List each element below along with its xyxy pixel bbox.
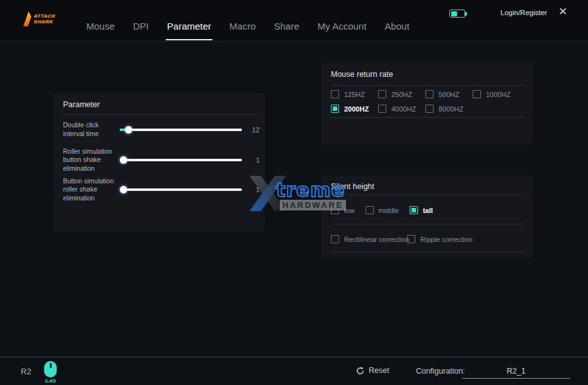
- checkbox-500hz[interactable]: 500HZ: [425, 90, 473, 98]
- reset-button[interactable]: Reset: [356, 366, 389, 375]
- checkbox-tall[interactable]: tall: [410, 206, 433, 214]
- battery-nub: [465, 12, 467, 16]
- tab-parameter[interactable]: Parameter: [167, 21, 211, 41]
- checkbox-box[interactable]: [378, 105, 386, 113]
- divider: [331, 195, 525, 195]
- checkbox-2000hz[interactable]: 2000HZ: [331, 105, 378, 113]
- slider-thumb[interactable]: [120, 186, 127, 193]
- checkbox-box[interactable]: [331, 206, 339, 214]
- divider: [331, 117, 525, 118]
- app-window: ATTACK SHARK Mouse DPI Parameter Macro S…: [0, 0, 588, 385]
- reset-label: Reset: [369, 366, 389, 375]
- checkbox-label: middle: [379, 207, 399, 214]
- slider-row-roller-shake: Roller simulation button shake eliminati…: [63, 145, 260, 175]
- slider-label: Roller simulation button shake eliminati…: [63, 147, 118, 173]
- checkbox-box[interactable]: [407, 235, 415, 243]
- checkbox-box[interactable]: [331, 235, 339, 243]
- brand-name: ATTACK SHARK: [34, 13, 73, 25]
- checkbox-4000hz[interactable]: 4000HZ: [378, 105, 425, 113]
- checkbox-box[interactable]: [425, 105, 434, 113]
- checkbox-box[interactable]: [331, 105, 339, 113]
- checkbox-box[interactable]: [366, 206, 374, 214]
- return-rate-row-1: 125HZ 250HZ 500HZ 1000HZ: [331, 90, 520, 98]
- login-register-button[interactable]: Login/Register: [500, 9, 547, 16]
- connection-badge: 2.4G: [43, 378, 58, 384]
- tab-dpi[interactable]: DPI: [133, 21, 149, 41]
- silent-height-title: Silent height: [331, 182, 374, 191]
- configuration-label: Configuration:: [416, 367, 465, 376]
- tab-my-account[interactable]: My Account: [318, 21, 367, 41]
- button-shake-slider[interactable]: [120, 185, 242, 194]
- configuration-field[interactable]: R2_1: [462, 364, 570, 379]
- checkbox-box[interactable]: [410, 206, 418, 214]
- footer-bar: R2 2.4G Reset Configuration: R2_1: [0, 357, 588, 385]
- checkbox-label: 4000HZ: [391, 105, 416, 113]
- main-nav: Mouse DPI Parameter Macro Share My Accou…: [86, 21, 410, 41]
- checkbox-label: 500HZ: [439, 91, 459, 98]
- checkbox-1000hz[interactable]: 1000HZ: [473, 90, 520, 98]
- tab-macro[interactable]: Macro: [229, 21, 256, 41]
- brand-logo: ATTACK SHARK: [23, 7, 73, 31]
- tab-mouse[interactable]: Mouse: [86, 21, 115, 41]
- slider-track[interactable]: [120, 188, 242, 191]
- mouse-wheel-slot: [50, 363, 52, 368]
- double-click-interval-slider[interactable]: [120, 125, 242, 134]
- correction-options: Rectilinear correction Ripple correction: [331, 235, 473, 243]
- slider-track[interactable]: [120, 129, 242, 131]
- shark-fin-icon: [23, 11, 32, 27]
- divider: [63, 114, 257, 115]
- checkbox-125hz[interactable]: 125HZ: [331, 90, 378, 98]
- parameter-panel-title: Parameter: [63, 100, 100, 109]
- slider-value: 1: [246, 156, 260, 164]
- slider-label: Button simulation roller shake eliminati…: [63, 177, 118, 203]
- checkbox-box[interactable]: [425, 90, 434, 98]
- checkbox-label: tall: [423, 207, 433, 214]
- checkbox-label: low: [344, 207, 355, 214]
- parameter-panel: Parameter Double click interval time 12 …: [54, 93, 265, 232]
- mouse-device-indicator[interactable]: 2.4G: [43, 361, 58, 385]
- slider-thumb[interactable]: [125, 126, 132, 134]
- tab-about[interactable]: About: [384, 21, 409, 41]
- mouse-return-rate-panel: Mouse return rate 125HZ 250HZ 500HZ 1000…: [321, 63, 533, 145]
- battery-icon: [449, 9, 468, 18]
- checkbox-middle[interactable]: middle: [366, 206, 399, 214]
- slider-label: Double click interval time: [63, 121, 118, 138]
- checkbox-label: 125HZ: [344, 91, 365, 98]
- checkbox-label: 250HZ: [391, 91, 412, 98]
- checkbox-box[interactable]: [331, 90, 339, 98]
- divider: [331, 85, 525, 86]
- slider-row-double-click: Double click interval time 12: [63, 118, 260, 141]
- checkbox-box[interactable]: [378, 90, 386, 98]
- divider: [331, 252, 525, 253]
- slider-thumb[interactable]: [120, 156, 127, 164]
- checkbox-ripple-correction[interactable]: Ripple correction: [407, 235, 473, 243]
- return-rate-row-2: 2000HZ 4000HZ 8000HZ: [331, 105, 473, 113]
- checkbox-low[interactable]: low: [331, 206, 355, 214]
- slider-value: 1: [246, 186, 260, 193]
- header: ATTACK SHARK Mouse DPI Parameter Macro S…: [0, 0, 588, 42]
- slider-row-button-shake: Button simulation roller shake eliminati…: [63, 175, 260, 205]
- reset-icon: [356, 367, 364, 375]
- roller-shake-slider[interactable]: [120, 156, 242, 164]
- slider-track[interactable]: [120, 159, 242, 161]
- silent-height-panel: Silent height low middle tall Rectilinea…: [321, 175, 533, 257]
- checkbox-8000hz[interactable]: 8000HZ: [425, 105, 473, 113]
- close-icon[interactable]: ✕: [558, 6, 567, 17]
- checkbox-label: Ripple correction: [420, 236, 473, 243]
- checkbox-label: 8000HZ: [439, 105, 463, 113]
- checkbox-250hz[interactable]: 250HZ: [378, 90, 425, 98]
- battery-fill: [451, 11, 457, 16]
- divider: [331, 224, 525, 224]
- device-name: R2: [21, 367, 32, 376]
- checkbox-label: 2000HZ: [344, 105, 369, 113]
- return-rate-title: Mouse return rate: [331, 70, 393, 79]
- checkbox-label: Rectilinear correction: [344, 236, 409, 243]
- tab-share[interactable]: Share: [274, 21, 299, 41]
- mouse-icon: [44, 361, 57, 377]
- checkbox-box[interactable]: [473, 90, 481, 98]
- slider-value: 12: [246, 126, 260, 134]
- silent-height-options: low middle tall: [331, 206, 433, 214]
- checkbox-rectilinear-correction[interactable]: Rectilinear correction: [331, 235, 407, 243]
- checkbox-label: 1000HZ: [486, 91, 510, 98]
